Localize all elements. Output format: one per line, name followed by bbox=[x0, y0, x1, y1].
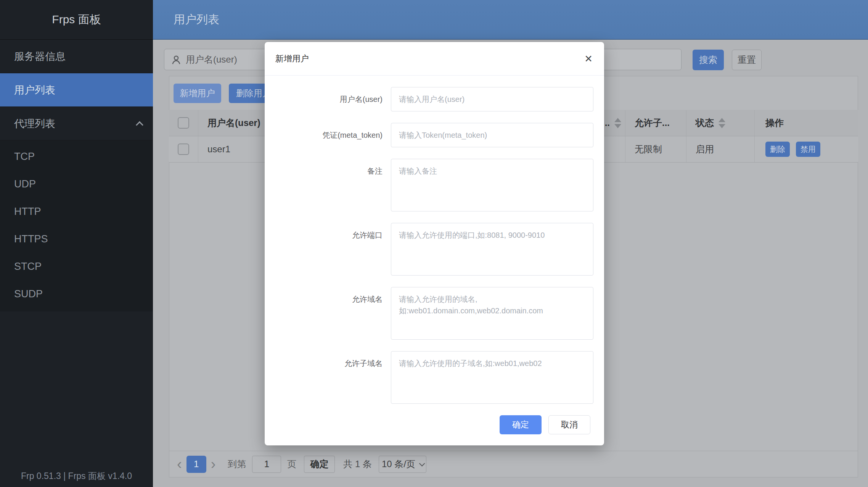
sidebar-subitem-sudp[interactable]: SUDP bbox=[0, 280, 153, 308]
subitem-label: HTTPS bbox=[14, 233, 48, 245]
header-status[interactable]: 状态 bbox=[686, 110, 755, 136]
app-title: Frps 面板 bbox=[0, 0, 153, 40]
allow-subdomains-field[interactable] bbox=[391, 351, 593, 404]
sidebar-nav: 服务器信息 用户列表 代理列表 TCP UDP HTTP HTTPS STCP … bbox=[0, 40, 153, 311]
sidebar-subitem-stcp[interactable]: STCP bbox=[0, 253, 153, 280]
confirm-button[interactable]: 确定 bbox=[500, 415, 542, 434]
cell-allow-subdomains: 无限制 bbox=[625, 136, 686, 162]
prev-page-icon[interactable]: ‹ bbox=[175, 457, 184, 471]
search-button[interactable]: 搜索 bbox=[693, 50, 724, 70]
sidebar-subitem-http[interactable]: HTTP bbox=[0, 198, 153, 225]
page-title: 用户列表 bbox=[174, 12, 219, 27]
sort-caret-icon[interactable] bbox=[719, 118, 725, 128]
form-row-token: 凭证(meta_token) bbox=[265, 123, 604, 147]
form-row-allow-domains: 允许域名 bbox=[265, 287, 604, 340]
goto-suffix-label: 页 bbox=[287, 458, 296, 470]
username-field[interactable] bbox=[391, 87, 593, 111]
page-size-value: 10 条/页 bbox=[382, 458, 415, 470]
dialog-body: 用户名(user) 凭证(meta_token) 备注 允许端口 允许域名 允许… bbox=[265, 76, 604, 434]
select-all-checkbox[interactable] bbox=[178, 117, 189, 129]
allow-domains-field[interactable] bbox=[391, 287, 593, 340]
version-footer: Frp 0.51.3 | Frps 面板 v1.4.0 bbox=[0, 465, 153, 487]
form-row-allow-ports: 允许端口 bbox=[265, 223, 604, 276]
sort-caret-icon[interactable] bbox=[614, 118, 621, 128]
reset-button[interactable]: 重置 bbox=[732, 50, 762, 70]
row-checkbox[interactable] bbox=[178, 144, 189, 155]
subitem-label: TCP bbox=[14, 151, 35, 163]
topbar: 用户列表 bbox=[153, 0, 868, 40]
header-select-all-cell bbox=[169, 110, 198, 136]
header-label: 允许子... bbox=[635, 117, 670, 129]
header-label: 用户名(user) bbox=[207, 117, 260, 129]
dialog-title: 新增用户 bbox=[275, 53, 309, 65]
cell-actions: 删除 禁用 bbox=[755, 136, 858, 162]
form-row-allow-subdomains: 允许子域名 bbox=[265, 351, 604, 404]
header-actions: 操作 bbox=[755, 110, 858, 136]
field-label: 凭证(meta_token) bbox=[265, 123, 383, 147]
field-label: 备注 bbox=[265, 159, 383, 211]
header-label: .. bbox=[605, 118, 610, 128]
app-screen: Frps 面板 服务器信息 用户列表 代理列表 TCP UDP HTTP HTT… bbox=[0, 0, 868, 487]
goto-page-input[interactable] bbox=[252, 456, 281, 473]
sidebar-item-label: 服务器信息 bbox=[14, 50, 66, 63]
dialog-header: 新增用户 ✕ bbox=[265, 42, 604, 76]
chevron-down-icon bbox=[419, 460, 425, 466]
header-allow-subdomains[interactable]: 允许子... bbox=[625, 110, 686, 136]
sidebar-subitem-https[interactable]: HTTPS bbox=[0, 225, 153, 253]
header-label: 状态 bbox=[696, 117, 714, 129]
cancel-button[interactable]: 取消 bbox=[548, 415, 590, 434]
chevron-up-icon bbox=[136, 121, 143, 129]
pagination-bar: ‹ 1 › 到第 页 确定 共 1 条 10 条/页 bbox=[169, 451, 858, 477]
comment-field[interactable] bbox=[391, 159, 593, 211]
cell-value: user1 bbox=[207, 144, 230, 155]
goto-confirm-button[interactable]: 确定 bbox=[304, 456, 335, 473]
cell-value: 无限制 bbox=[635, 143, 662, 155]
form-row-comment: 备注 bbox=[265, 159, 604, 211]
add-user-dialog: 新增用户 ✕ 用户名(user) 凭证(meta_token) 备注 允许端口 … bbox=[265, 42, 604, 445]
row-delete-button[interactable]: 删除 bbox=[765, 142, 790, 157]
cell-value: 启用 bbox=[696, 143, 714, 155]
subitem-label: STCP bbox=[14, 261, 42, 273]
token-field[interactable] bbox=[391, 123, 593, 147]
subitem-label: HTTP bbox=[14, 206, 41, 218]
sidebar-item-user-list[interactable]: 用户列表 bbox=[0, 73, 153, 107]
current-page-button[interactable]: 1 bbox=[186, 456, 206, 473]
dialog-footer: 确定 取消 bbox=[265, 415, 604, 434]
field-label: 允许域名 bbox=[265, 287, 383, 340]
subitem-label: UDP bbox=[14, 178, 36, 190]
form-row-username: 用户名(user) bbox=[265, 87, 604, 111]
goto-prefix-label: 到第 bbox=[228, 458, 246, 470]
sidebar-subitem-udp[interactable]: UDP bbox=[0, 170, 153, 198]
field-label: 允许子域名 bbox=[265, 351, 383, 404]
close-icon[interactable]: ✕ bbox=[584, 54, 593, 64]
sidebar-item-label: 代理列表 bbox=[14, 117, 55, 131]
row-disable-button[interactable]: 禁用 bbox=[796, 142, 820, 157]
user-icon bbox=[170, 54, 182, 66]
header-label: 操作 bbox=[765, 117, 784, 129]
proxy-submenu: TCP UDP HTTP HTTPS STCP SUDP bbox=[0, 140, 153, 311]
allow-ports-field[interactable] bbox=[391, 223, 593, 276]
cell-status: 启用 bbox=[686, 136, 755, 162]
sidebar-item-server-info[interactable]: 服务器信息 bbox=[0, 40, 153, 73]
row-select-cell bbox=[169, 136, 198, 162]
add-user-button[interactable]: 新增用户 bbox=[174, 84, 221, 103]
page-size-select[interactable]: 10 条/页 bbox=[379, 456, 426, 473]
next-page-icon[interactable]: › bbox=[209, 457, 218, 471]
sidebar-item-proxy-list[interactable]: 代理列表 bbox=[0, 107, 153, 140]
sidebar: Frps 面板 服务器信息 用户列表 代理列表 TCP UDP HTTP HTT… bbox=[0, 0, 153, 487]
total-count-label: 共 1 条 bbox=[343, 458, 372, 470]
sidebar-subitem-tcp[interactable]: TCP bbox=[0, 143, 153, 170]
field-label: 用户名(user) bbox=[265, 87, 383, 111]
sidebar-item-label: 用户列表 bbox=[14, 83, 55, 97]
field-label: 允许端口 bbox=[265, 223, 383, 276]
subitem-label: SUDP bbox=[14, 288, 43, 300]
